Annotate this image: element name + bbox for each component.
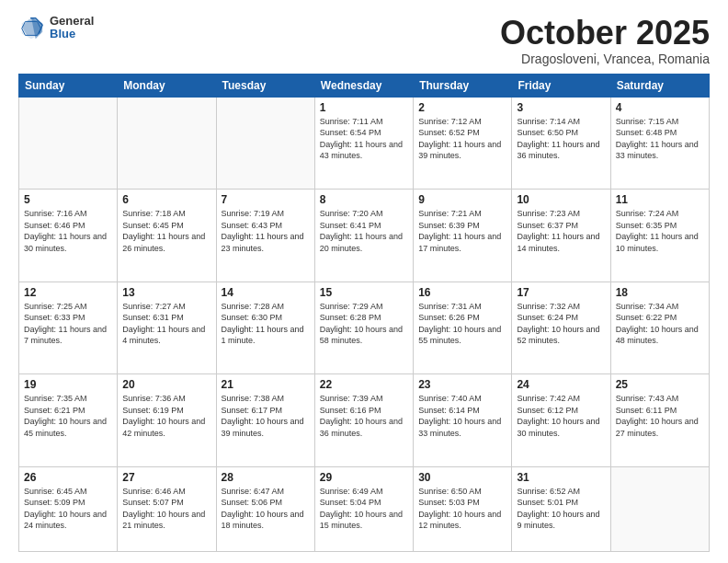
table-row: 31Sunrise: 6:52 AM Sunset: 5:01 PM Dayli… bbox=[512, 466, 610, 551]
day-info: Sunrise: 6:49 AM Sunset: 5:04 PM Dayligh… bbox=[320, 486, 408, 532]
day-info: Sunrise: 7:42 AM Sunset: 6:12 PM Dayligh… bbox=[517, 393, 605, 439]
day-info: Sunrise: 7:38 AM Sunset: 6:17 PM Dayligh… bbox=[222, 393, 310, 439]
col-monday: Monday bbox=[118, 74, 216, 97]
table-row: 11Sunrise: 7:24 AM Sunset: 6:35 PM Dayli… bbox=[610, 190, 709, 282]
day-number: 11 bbox=[616, 193, 704, 206]
day-number: 16 bbox=[418, 286, 506, 299]
col-friday: Friday bbox=[512, 74, 610, 97]
day-number: 28 bbox=[222, 471, 310, 484]
day-info: Sunrise: 7:43 AM Sunset: 6:11 PM Dayligh… bbox=[616, 393, 704, 439]
day-info: Sunrise: 7:24 AM Sunset: 6:35 PM Dayligh… bbox=[616, 208, 704, 254]
day-info: Sunrise: 7:14 AM Sunset: 6:50 PM Dayligh… bbox=[517, 116, 605, 162]
day-number: 6 bbox=[122, 193, 210, 206]
day-number: 21 bbox=[222, 378, 310, 391]
col-wednesday: Wednesday bbox=[314, 74, 413, 97]
day-number: 2 bbox=[418, 101, 506, 114]
day-number: 29 bbox=[320, 471, 408, 484]
title-section: October 2025 Dragosloveni, Vrancea, Roma… bbox=[500, 15, 710, 66]
table-row: 21Sunrise: 7:38 AM Sunset: 6:17 PM Dayli… bbox=[216, 374, 314, 467]
day-info: Sunrise: 7:16 AM Sunset: 6:46 PM Dayligh… bbox=[24, 208, 112, 254]
table-row: 26Sunrise: 6:45 AM Sunset: 5:09 PM Dayli… bbox=[19, 466, 118, 551]
day-info: Sunrise: 7:23 AM Sunset: 6:37 PM Dayligh… bbox=[517, 208, 605, 254]
day-info: Sunrise: 7:28 AM Sunset: 6:30 PM Dayligh… bbox=[222, 301, 310, 347]
table-row: 28Sunrise: 6:47 AM Sunset: 5:06 PM Dayli… bbox=[216, 466, 314, 551]
day-number: 8 bbox=[320, 193, 408, 206]
day-info: Sunrise: 7:15 AM Sunset: 6:48 PM Dayligh… bbox=[616, 116, 704, 162]
table-row: 16Sunrise: 7:31 AM Sunset: 6:26 PM Dayli… bbox=[414, 282, 512, 374]
table-row: 25Sunrise: 7:43 AM Sunset: 6:11 PM Dayli… bbox=[610, 374, 709, 467]
table-row: 2Sunrise: 7:12 AM Sunset: 6:52 PM Daylig… bbox=[414, 97, 512, 190]
month-title: October 2025 bbox=[500, 15, 710, 52]
location-subtitle: Dragosloveni, Vrancea, Romania bbox=[500, 52, 710, 66]
day-info: Sunrise: 7:12 AM Sunset: 6:52 PM Dayligh… bbox=[418, 116, 506, 162]
calendar-header-row: Sunday Monday Tuesday Wednesday Thursday… bbox=[19, 74, 710, 97]
day-number: 10 bbox=[517, 193, 605, 206]
day-number: 14 bbox=[222, 286, 310, 299]
table-row: 9Sunrise: 7:21 AM Sunset: 6:39 PM Daylig… bbox=[414, 190, 512, 282]
day-info: Sunrise: 7:29 AM Sunset: 6:28 PM Dayligh… bbox=[320, 301, 408, 347]
table-row: 30Sunrise: 6:50 AM Sunset: 5:03 PM Dayli… bbox=[414, 466, 512, 551]
page: General Blue October 2025 Dragosloveni, … bbox=[0, 0, 728, 563]
day-number: 19 bbox=[24, 378, 112, 391]
day-number: 9 bbox=[418, 193, 506, 206]
table-row: 7Sunrise: 7:19 AM Sunset: 6:43 PM Daylig… bbox=[216, 190, 314, 282]
day-number: 1 bbox=[320, 101, 408, 114]
table-row: 13Sunrise: 7:27 AM Sunset: 6:31 PM Dayli… bbox=[118, 282, 216, 374]
table-row: 4Sunrise: 7:15 AM Sunset: 6:48 PM Daylig… bbox=[610, 97, 709, 190]
day-number: 30 bbox=[418, 471, 506, 484]
day-info: Sunrise: 7:25 AM Sunset: 6:33 PM Dayligh… bbox=[24, 301, 112, 347]
table-row: 3Sunrise: 7:14 AM Sunset: 6:50 PM Daylig… bbox=[512, 97, 610, 190]
table-row: 10Sunrise: 7:23 AM Sunset: 6:37 PM Dayli… bbox=[512, 190, 610, 282]
table-row: 20Sunrise: 7:36 AM Sunset: 6:19 PM Dayli… bbox=[118, 374, 216, 467]
day-number: 13 bbox=[122, 286, 210, 299]
logo-text: General Blue bbox=[50, 15, 94, 41]
table-row: 8Sunrise: 7:20 AM Sunset: 6:41 PM Daylig… bbox=[314, 190, 413, 282]
day-number: 24 bbox=[517, 378, 605, 391]
day-number: 22 bbox=[320, 378, 408, 391]
logo-blue-text: Blue bbox=[50, 28, 94, 40]
day-info: Sunrise: 7:19 AM Sunset: 6:43 PM Dayligh… bbox=[222, 208, 310, 254]
logo-general-text: General bbox=[50, 15, 94, 28]
day-info: Sunrise: 7:32 AM Sunset: 6:24 PM Dayligh… bbox=[517, 301, 605, 347]
table-row: 22Sunrise: 7:39 AM Sunset: 6:16 PM Dayli… bbox=[314, 374, 413, 467]
col-saturday: Saturday bbox=[610, 74, 709, 97]
day-number: 5 bbox=[24, 193, 112, 206]
day-number: 17 bbox=[517, 286, 605, 299]
col-tuesday: Tuesday bbox=[216, 74, 314, 97]
logo-icon bbox=[18, 15, 44, 40]
table-row: 29Sunrise: 6:49 AM Sunset: 5:04 PM Dayli… bbox=[314, 466, 413, 551]
col-thursday: Thursday bbox=[414, 74, 512, 97]
calendar-table: Sunday Monday Tuesday Wednesday Thursday… bbox=[18, 74, 710, 552]
day-number: 7 bbox=[222, 193, 310, 206]
day-number: 3 bbox=[517, 101, 605, 114]
day-info: Sunrise: 7:36 AM Sunset: 6:19 PM Dayligh… bbox=[122, 393, 210, 439]
day-info: Sunrise: 7:31 AM Sunset: 6:26 PM Dayligh… bbox=[418, 301, 506, 347]
table-row: 6Sunrise: 7:18 AM Sunset: 6:45 PM Daylig… bbox=[118, 190, 216, 282]
day-info: Sunrise: 7:18 AM Sunset: 6:45 PM Dayligh… bbox=[122, 208, 210, 254]
header: General Blue October 2025 Dragosloveni, … bbox=[18, 15, 710, 66]
table-row: 15Sunrise: 7:29 AM Sunset: 6:28 PM Dayli… bbox=[314, 282, 413, 374]
table-row bbox=[118, 97, 216, 190]
table-row: 1Sunrise: 7:11 AM Sunset: 6:54 PM Daylig… bbox=[314, 97, 413, 190]
day-number: 15 bbox=[320, 286, 408, 299]
day-info: Sunrise: 7:11 AM Sunset: 6:54 PM Dayligh… bbox=[320, 116, 408, 162]
logo: General Blue bbox=[18, 15, 94, 41]
day-info: Sunrise: 6:45 AM Sunset: 5:09 PM Dayligh… bbox=[24, 486, 112, 532]
table-row bbox=[19, 97, 118, 190]
table-row: 19Sunrise: 7:35 AM Sunset: 6:21 PM Dayli… bbox=[19, 374, 118, 467]
day-info: Sunrise: 7:40 AM Sunset: 6:14 PM Dayligh… bbox=[418, 393, 506, 439]
day-number: 18 bbox=[616, 286, 704, 299]
day-info: Sunrise: 7:20 AM Sunset: 6:41 PM Dayligh… bbox=[320, 208, 408, 254]
day-info: Sunrise: 6:52 AM Sunset: 5:01 PM Dayligh… bbox=[517, 486, 605, 532]
table-row: 27Sunrise: 6:46 AM Sunset: 5:07 PM Dayli… bbox=[118, 466, 216, 551]
table-row bbox=[610, 466, 709, 551]
day-info: Sunrise: 7:39 AM Sunset: 6:16 PM Dayligh… bbox=[320, 393, 408, 439]
day-number: 26 bbox=[24, 471, 112, 484]
day-info: Sunrise: 7:21 AM Sunset: 6:39 PM Dayligh… bbox=[418, 208, 506, 254]
day-number: 20 bbox=[122, 378, 210, 391]
day-number: 31 bbox=[517, 471, 605, 484]
table-row: 5Sunrise: 7:16 AM Sunset: 6:46 PM Daylig… bbox=[19, 190, 118, 282]
table-row: 17Sunrise: 7:32 AM Sunset: 6:24 PM Dayli… bbox=[512, 282, 610, 374]
day-info: Sunrise: 6:47 AM Sunset: 5:06 PM Dayligh… bbox=[222, 486, 310, 532]
day-number: 4 bbox=[616, 101, 704, 114]
